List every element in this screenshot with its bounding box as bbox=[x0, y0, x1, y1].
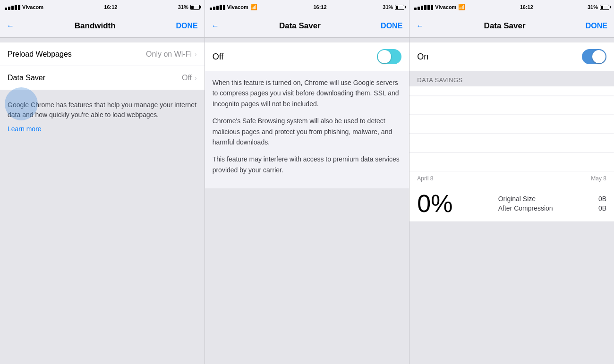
battery-percent-1: 31% bbox=[178, 4, 188, 10]
bandwidth-settings-list: Preload Webpages Only on Wi-Fi › Data Sa… bbox=[0, 42, 205, 90]
status-left-1: Vivacom bbox=[5, 4, 43, 10]
data-saver-on-done-button[interactable]: DONE bbox=[586, 22, 607, 30]
data-saver-value-text: Off bbox=[182, 74, 192, 82]
data-saver-toggle-container: Off bbox=[205, 42, 409, 71]
chart-dates: April 8 May 8 bbox=[409, 171, 614, 186]
data-saver-off-title: Data Saver bbox=[279, 21, 321, 31]
carrier-2: Vivacom bbox=[227, 4, 248, 10]
data-savings-section-header: Data savings bbox=[409, 71, 614, 86]
data-saver-on-panel: ← Data Saver DONE On Data savings bbox=[409, 14, 614, 364]
bandwidth-done-button[interactable]: DONE bbox=[176, 22, 197, 30]
battery-percent-3: 31% bbox=[588, 4, 598, 10]
preload-webpages-value-text: Only on Wi-Fi bbox=[146, 50, 192, 59]
status-right-2: 31% bbox=[383, 4, 404, 10]
data-saver-chevron-icon: › bbox=[195, 74, 197, 82]
data-saver-on-toggle-switch[interactable] bbox=[582, 49, 606, 64]
data-saver-off-nav: ← Data Saver DONE bbox=[205, 14, 409, 38]
carrier-3: Vivacom bbox=[435, 4, 456, 10]
data-saver-toggle-switch[interactable] bbox=[377, 49, 401, 64]
bandwidth-panel: ← Bandwidth DONE Preload Webpages Only o… bbox=[0, 14, 205, 364]
status-left-3: Vivacom 📶 bbox=[414, 4, 465, 10]
savings-stats: 0% Original Size After Compression 0B 0B bbox=[409, 186, 614, 221]
wifi-icon-2: 📶 bbox=[250, 4, 257, 10]
back-arrow-3: ← bbox=[416, 22, 424, 30]
data-saver-on-toggle-container: On bbox=[409, 42, 614, 71]
data-saver-on-toggle-label: On bbox=[417, 52, 428, 62]
data-saver-toggle-label: Off bbox=[213, 52, 224, 62]
savings-chart-svg bbox=[409, 86, 614, 171]
savings-percent: 0% bbox=[417, 191, 452, 216]
toggle-knob-on bbox=[592, 50, 605, 63]
original-size-value: 0B bbox=[598, 195, 606, 203]
learn-more-link[interactable]: Learn more bbox=[8, 125, 42, 133]
time-1: 16:12 bbox=[104, 4, 117, 10]
chart-area bbox=[409, 86, 614, 171]
battery-icon-2 bbox=[395, 5, 404, 10]
preload-webpages-value: Only on Wi-Fi › bbox=[146, 50, 197, 59]
bandwidth-nav: ← Bandwidth DONE bbox=[0, 14, 205, 38]
time-2: 16:12 bbox=[313, 4, 326, 10]
data-saver-info-text-3: This feature may interfere with access t… bbox=[213, 154, 402, 175]
after-compression-value: 0B bbox=[598, 204, 606, 212]
signal-dots-1 bbox=[5, 5, 20, 10]
status-bar-panel3: Vivacom 📶 16:12 31% bbox=[409, 0, 614, 14]
preload-webpages-label: Preload Webpages bbox=[8, 50, 72, 59]
bandwidth-title: Bandwidth bbox=[75, 21, 116, 31]
status-right-1: 31% bbox=[178, 4, 200, 10]
data-saver-on-nav: ← Data Saver DONE bbox=[409, 14, 614, 38]
bandwidth-back-button[interactable]: ← bbox=[7, 22, 14, 30]
data-saver-off-back-button[interactable]: ← bbox=[212, 22, 219, 30]
data-saver-off-content: Off When this feature is turned on, Chro… bbox=[205, 38, 409, 364]
status-bar-panel2: Vivacom 📶 16:12 31% bbox=[205, 0, 410, 14]
data-saver-value: Off › bbox=[182, 74, 197, 82]
preload-chevron-icon: › bbox=[195, 51, 197, 58]
data-saver-info-block: When this feature is turned on, Chrome w… bbox=[205, 71, 409, 188]
data-saver-off-panel: ← Data Saver DONE Off When this feature … bbox=[205, 14, 410, 364]
data-saver-info-text-1: When this feature is turned on, Chrome w… bbox=[213, 77, 402, 109]
wifi-icon-3: 📶 bbox=[458, 4, 465, 10]
data-saver-on-title: Data Saver bbox=[484, 21, 526, 31]
carrier-1: Vivacom bbox=[22, 4, 43, 10]
original-size-label: Original Size bbox=[498, 195, 553, 203]
bandwidth-content: Preload Webpages Only on Wi-Fi › Data Sa… bbox=[0, 38, 205, 364]
after-compression-label: After Compression bbox=[498, 204, 553, 212]
chart-date-end: May 8 bbox=[591, 175, 606, 182]
battery-icon-3 bbox=[600, 5, 609, 10]
signal-dots-3 bbox=[414, 5, 433, 10]
status-right-3: 31% bbox=[588, 4, 609, 10]
chart-date-start: April 8 bbox=[417, 175, 433, 182]
status-bar-panel1: Vivacom 16:12 31% bbox=[0, 0, 205, 14]
preload-webpages-item[interactable]: Preload Webpages Only on Wi-Fi › bbox=[0, 42, 205, 66]
back-arrow-2: ← bbox=[212, 22, 219, 30]
toggle-knob-off bbox=[378, 50, 391, 63]
battery-icon-1 bbox=[190, 5, 200, 10]
time-3: 16:12 bbox=[520, 4, 533, 10]
savings-values: 0B 0B bbox=[598, 191, 606, 212]
status-bar: Vivacom 16:12 31% Vivacom 📶 16:12 31% bbox=[0, 0, 614, 14]
status-left-2: Vivacom 📶 bbox=[210, 4, 257, 10]
battery-percent-2: 31% bbox=[383, 4, 393, 10]
data-saver-item[interactable]: Data Saver Off › bbox=[0, 66, 205, 90]
back-arrow-1: ← bbox=[7, 22, 14, 30]
savings-labels: Original Size After Compression bbox=[498, 191, 553, 212]
bandwidth-description: Google Chrome has features that help you… bbox=[0, 93, 205, 140]
data-saver-off-done-button[interactable]: DONE bbox=[381, 22, 402, 30]
data-saver-on-content: On Data savings bbox=[409, 38, 614, 364]
data-saver-info-text-2: Chrome's Safe Browsing system will also … bbox=[213, 116, 402, 147]
main-content: ← Bandwidth DONE Preload Webpages Only o… bbox=[0, 14, 614, 364]
bandwidth-description-text: Google Chrome has features that help you… bbox=[8, 100, 197, 120]
data-savings-chart: April 8 May 8 bbox=[409, 86, 614, 186]
signal-dots-2 bbox=[210, 5, 225, 10]
data-saver-on-back-button[interactable]: ← bbox=[416, 22, 424, 30]
data-saver-label: Data Saver bbox=[8, 74, 45, 82]
